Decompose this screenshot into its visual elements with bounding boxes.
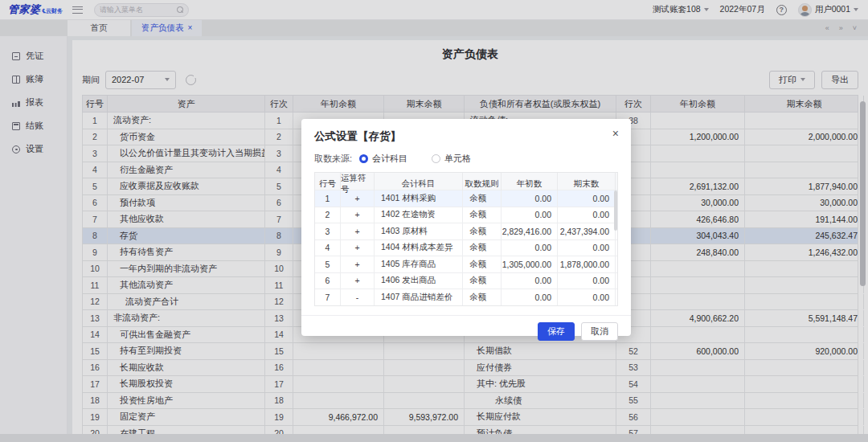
formula-row[interactable]: 3+1403 原材料余额2,829,416.002,437,394.00 bbox=[315, 223, 617, 239]
cell-operator[interactable]: - bbox=[341, 289, 375, 305]
formula-table: 行号运算符号会计科目取数规则年初数期末数 1+1401 材料采购余额0.000.… bbox=[314, 172, 618, 306]
radio-option-单元格[interactable]: 单元格 bbox=[432, 153, 471, 165]
cell-fetch-rule[interactable]: 余额 bbox=[463, 240, 502, 256]
close-icon[interactable]: × bbox=[612, 128, 619, 139]
formula-row[interactable]: 2+1402 在途物资余额0.000.00 bbox=[315, 207, 617, 223]
formula-row[interactable]: 7-1407 商品进销差价余额0.000.00 bbox=[315, 289, 617, 305]
cell-end-amount: 0.00 bbox=[558, 207, 616, 223]
cell-begin-amount: 1,305,000.00 bbox=[502, 256, 558, 272]
save-button[interactable]: 保存 bbox=[538, 322, 575, 341]
cell-account-subject[interactable]: 1405 库存商品 bbox=[375, 256, 463, 272]
cell-formula-row-no: 1 bbox=[315, 190, 341, 207]
modal-scrollbar-thumb[interactable] bbox=[614, 190, 617, 231]
cell-fetch-rule[interactable]: 余额 bbox=[463, 223, 502, 239]
radio-label: 会计科目 bbox=[372, 153, 407, 165]
dialog-title: 公式设置【存货】 bbox=[314, 129, 618, 144]
cancel-button[interactable]: 取消 bbox=[581, 322, 618, 341]
cell-operator[interactable]: + bbox=[341, 273, 375, 289]
cell-end-amount: 1,878,000.00 bbox=[558, 256, 616, 272]
cell-begin-amount: 2,829,416.00 bbox=[502, 223, 558, 239]
cell-fetch-rule[interactable]: 余额 bbox=[463, 289, 502, 305]
cell-begin-amount: 0.00 bbox=[502, 190, 558, 207]
cell-account-subject[interactable]: 1403 原材料 bbox=[375, 223, 463, 239]
cell-operator[interactable]: + bbox=[341, 223, 375, 239]
cell-operator[interactable]: + bbox=[341, 207, 375, 223]
cell-end-amount: 0.00 bbox=[558, 273, 616, 289]
data-source-label: 取数来源: bbox=[314, 153, 352, 165]
cell-begin-amount: 0.00 bbox=[502, 207, 558, 223]
radio-unchecked-icon[interactable] bbox=[432, 154, 440, 163]
data-source-row: 取数来源: 会计科目单元格 bbox=[314, 153, 618, 165]
formula-row[interactable]: 4+1404 材料成本差异余额0.000.00 bbox=[315, 239, 617, 256]
cell-begin-amount: 0.00 bbox=[502, 289, 558, 305]
cell-formula-row-no: 5 bbox=[315, 256, 341, 272]
cell-operator[interactable]: + bbox=[341, 240, 375, 256]
cell-account-subject[interactable]: 1402 在途物资 bbox=[375, 207, 463, 223]
cell-formula-row-no: 4 bbox=[315, 240, 341, 256]
formula-table-header: 行号运算符号会计科目取数规则年初数期末数 bbox=[315, 173, 617, 190]
cell-formula-row-no: 2 bbox=[315, 207, 341, 223]
formula-row[interactable]: 1+1401 材料采购余额0.000.00 bbox=[315, 190, 617, 207]
cell-fetch-rule[interactable]: 余额 bbox=[463, 207, 502, 223]
cell-end-amount: 0.00 bbox=[558, 190, 616, 207]
cell-account-subject[interactable]: 1404 材料成本差异 bbox=[375, 240, 463, 256]
radio-label: 单元格 bbox=[444, 153, 471, 165]
cell-account-subject[interactable]: 1406 发出商品 bbox=[375, 273, 463, 289]
dialog-footer: 保存 取消 bbox=[301, 315, 631, 341]
cell-fetch-rule[interactable]: 余额 bbox=[463, 273, 502, 289]
cell-formula-row-no: 6 bbox=[315, 273, 341, 289]
cell-end-amount: 2,437,394.00 bbox=[558, 223, 616, 239]
cell-begin-amount: 0.00 bbox=[502, 273, 558, 289]
cell-fetch-rule[interactable]: 余额 bbox=[463, 256, 502, 272]
radio-option-会计科目[interactable]: 会计科目 bbox=[359, 153, 407, 165]
formula-settings-dialog: 公式设置【存货】 × 取数来源: 会计科目单元格 行号运算符号会计科目取数规则年… bbox=[301, 119, 631, 336]
cell-end-amount: 0.00 bbox=[558, 289, 616, 305]
radio-checked-icon[interactable] bbox=[359, 154, 368, 163]
cell-formula-row-no: 3 bbox=[315, 223, 341, 239]
cell-operator[interactable]: + bbox=[341, 190, 375, 207]
cell-begin-amount: 0.00 bbox=[502, 240, 558, 256]
cell-account-subject[interactable]: 1407 商品进销差价 bbox=[375, 289, 463, 305]
cell-account-subject[interactable]: 1401 材料采购 bbox=[375, 190, 463, 207]
cell-fetch-rule[interactable]: 余额 bbox=[463, 190, 502, 207]
app-window: 管家婆 ℄云财务 测试账套108 2022年07月 ? 用户0001 首页资产负… bbox=[0, 0, 868, 442]
cell-operator[interactable]: + bbox=[341, 256, 375, 272]
cell-formula-row-no: 7 bbox=[315, 289, 341, 305]
formula-row[interactable]: 6+1406 发出商品余额0.000.00 bbox=[315, 272, 617, 289]
formula-row[interactable]: 5+1405 库存商品余额1,305,000.001,878,000.00 bbox=[315, 256, 617, 272]
cell-end-amount: 0.00 bbox=[558, 240, 616, 256]
